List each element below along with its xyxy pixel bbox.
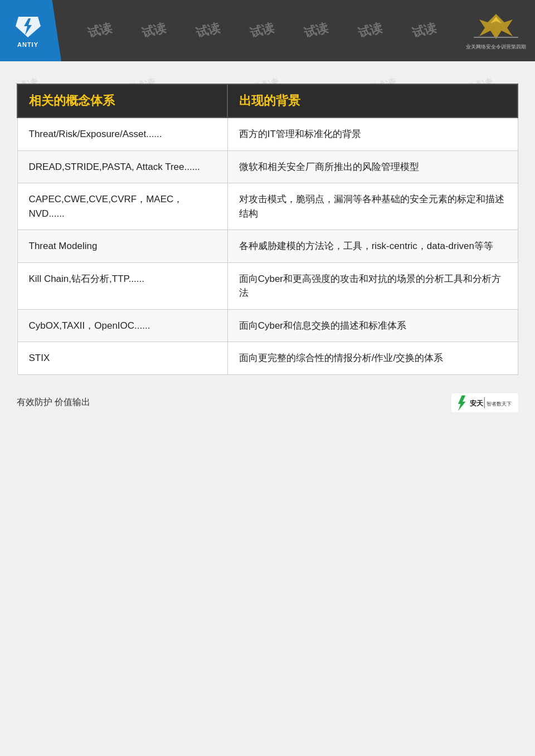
col2-header: 出现的背景 [227, 84, 518, 118]
header-watermarks: 试读 试读 试读 试读 试读 试读 试读 [61, 22, 463, 39]
svg-rect-7 [484, 397, 485, 408]
footer-right: 安天 智者数天下 [451, 392, 518, 414]
table-cell-col1: Threat Modeling [17, 230, 227, 263]
svg-text:安天: 安天 [469, 399, 484, 407]
header-watermark-7: 试读 [410, 19, 438, 42]
footer-left-text: 有效防护 价值输出 [17, 397, 90, 408]
table-cell-col1: STIX [17, 342, 227, 375]
table-row: CybOX,TAXII，OpenIOC......面向Cyber和信息交换的描述… [17, 309, 518, 342]
header-watermark-2: 试读 [140, 19, 168, 42]
table-cell-col1: CybOX,TAXII，OpenIOC...... [17, 309, 227, 342]
svg-text:智者数天下: 智者数天下 [487, 401, 512, 406]
header-right-logo: 业关网络安全令训营第四期 [463, 8, 529, 53]
table-row: Threat/Risk/Exposure/Asset......西方的IT管理和… [17, 118, 518, 150]
col1-header: 相关的概念体系 [17, 84, 227, 118]
header-watermark-5: 试读 [302, 19, 330, 42]
header-bar: ANTIY 试读 试读 试读 试读 试读 试读 试读 业关网络安全令训营第四期 [0, 0, 535, 61]
table-row: STIX面向更完整的综合性的情报分析/作业/交换的体系 [17, 342, 518, 375]
table-cell-col1: CAPEC,CWE,CVE,CVRF，MAEC，NVD...... [17, 183, 227, 230]
antiy-logo-icon [13, 14, 43, 39]
logo-text: ANTIY [17, 41, 38, 48]
table-cell-col2: 面向更完整的综合性的情报分析/作业/交换的体系 [227, 342, 518, 375]
table-cell-col2: 各种威胁建模的方法论，工具，risk-centric，data-driven等等 [227, 230, 518, 263]
footer: 有效防护 价值输出 安天 智者数天下 [0, 392, 535, 414]
header-watermark-6: 试读 [356, 19, 384, 42]
table-row: Threat Modeling各种威胁建模的方法论，工具，risk-centri… [17, 230, 518, 263]
header-watermark-4: 试读 [248, 19, 276, 42]
header-watermark-1: 试读 [85, 19, 113, 42]
table-cell-col2: 西方的IT管理和标准化的背景 [227, 118, 518, 150]
table-cell-col1: Kill Chain,钻石分析,TTP...... [17, 262, 227, 309]
table-cell-col2: 面向Cyber和更高强度的攻击和对抗的场景的分析工具和分析方法 [227, 262, 518, 309]
table-row: Kill Chain,钻石分析,TTP......面向Cyber和更高强度的攻击… [17, 262, 518, 309]
footer-logo-svg: 安天 智者数天下 [451, 392, 518, 414]
concept-table: 相关的概念体系 出现的背景 Threat/Risk/Exposure/Asset… [17, 84, 518, 375]
header-watermark-3: 试读 [194, 19, 222, 42]
table-cell-col1: DREAD,STRIDE,PASTA, Attack Tree...... [17, 150, 227, 183]
table-cell-col2: 对攻击模式，脆弱点，漏洞等各种基础的安全元素的标定和描述结构 [227, 183, 518, 230]
svg-rect-3 [474, 37, 518, 38]
table-row: CAPEC,CWE,CVE,CVRF，MAEC，NVD......对攻击模式，脆… [17, 183, 518, 230]
table-cell-col2: 面向Cyber和信息交换的描述和标准体系 [227, 309, 518, 342]
table-row: DREAD,STRIDE,PASTA, Attack Tree......微软和… [17, 150, 518, 183]
right-logo-subtitle: 业关网络安全令训营第四期 [466, 43, 526, 51]
table-cell-col2: 微软和相关安全厂商所推出的风险管理模型 [227, 150, 518, 183]
logo-box: ANTIY [0, 0, 61, 61]
right-logo-svg [471, 11, 521, 42]
table-cell-col1: Threat/Risk/Exposure/Asset...... [17, 118, 227, 150]
main-content: 试读 试读 试读 试读 试读 试读 试读 试读 试读 试读 试读 试读 试读 试… [0, 61, 535, 392]
